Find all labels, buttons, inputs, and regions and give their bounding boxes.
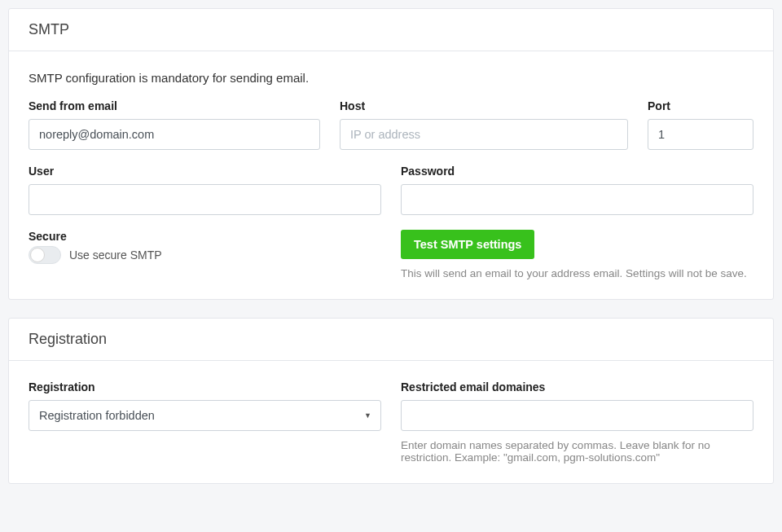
port-group: Port [648,99,753,150]
test-smtp-button[interactable]: Test SMTP settings [401,230,534,259]
send-from-input[interactable] [29,119,320,150]
test-help-text: This will send an email to your address … [401,267,753,279]
registration-select[interactable]: Registration forbidden [29,400,381,431]
port-input[interactable] [648,119,753,150]
registration-card: Registration Registration Registration f… [8,318,774,484]
smtp-title: SMTP [29,21,753,38]
test-group: Test SMTP settings This will send an ema… [401,230,753,279]
secure-toggle-label: Use secure SMTP [69,248,162,262]
host-input[interactable] [340,119,628,150]
smtp-card-header: SMTP [9,9,773,51]
secure-toggle[interactable] [29,246,61,264]
host-group: Host [340,99,628,150]
user-input[interactable] [29,184,381,215]
password-label: Password [401,165,753,178]
smtp-card-body: SMTP configuration is mandatory for send… [9,51,773,299]
host-label: Host [340,99,628,112]
secure-label: Secure [29,230,67,243]
restricted-label: Restricted email domaines [401,380,753,394]
registration-title: Registration [29,331,753,348]
port-label: Port [648,99,753,112]
smtp-description: SMTP configuration is mandatory for send… [29,71,753,85]
password-input[interactable] [401,184,753,215]
registration-card-body: Registration Registration forbidden Rest… [9,361,773,483]
secure-group: Secure Use secure SMTP [29,230,381,279]
toggle-knob [30,248,45,262]
user-group: User [29,165,381,215]
send-from-label: Send from email [29,99,320,112]
restricted-help-text: Enter domain names separated by commas. … [401,439,753,464]
smtp-card: SMTP SMTP configuration is mandatory for… [8,8,774,300]
registration-card-header: Registration [9,319,773,361]
password-group: Password [401,165,753,215]
restricted-input[interactable] [401,400,753,431]
restricted-group: Restricted email domaines Enter domain n… [401,380,753,464]
send-from-group: Send from email [29,99,320,150]
registration-select-group: Registration Registration forbidden [29,380,381,464]
user-label: User [29,165,381,178]
registration-label: Registration [29,380,381,394]
